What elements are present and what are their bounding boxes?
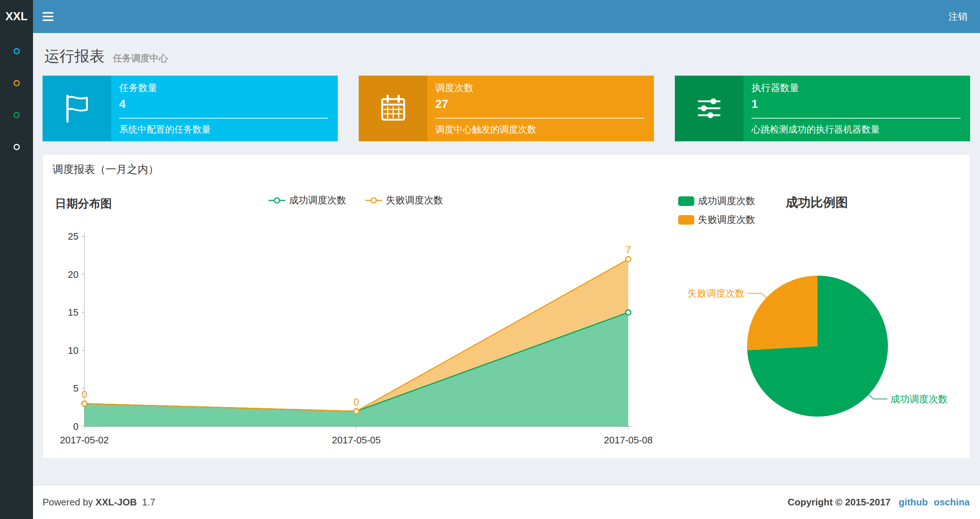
info-box-body: 任务数量 4 系统中配置的任务数量 xyxy=(111,76,338,141)
circle-outline-icon xyxy=(14,112,20,118)
info-box-body: 执行器数量 1 心跳检测成功的执行器机器数量 xyxy=(743,76,970,141)
info-box-title: 任务数量 xyxy=(119,81,328,94)
sidebar-item-3[interactable] xyxy=(0,99,33,131)
svg-text:失败调度次数: 失败调度次数 xyxy=(687,288,745,299)
flag-icon xyxy=(61,93,92,124)
info-box-body: 调度次数 27 调度中心触发的调度次数 xyxy=(427,76,654,141)
svg-text:0: 0 xyxy=(353,397,359,408)
svg-text:20: 20 xyxy=(68,269,78,280)
svg-text:25: 25 xyxy=(68,231,78,242)
circle-outline-icon xyxy=(14,48,20,54)
page-title-text: 运行报表 xyxy=(45,48,105,65)
svg-text:成功调度次数: 成功调度次数 xyxy=(891,393,948,404)
info-box-description: 系统中配置的任务数量 xyxy=(119,123,328,136)
info-box-executors: 执行器数量 1 心跳检测成功的执行器机器数量 xyxy=(675,76,970,141)
oschina-link[interactable]: oschina xyxy=(934,497,970,508)
dashboard-page: XXL 注销 运行报表 任务调度中心 任务数量 4 系统中配 xyxy=(0,0,980,519)
legend-label: 失败调度次数 xyxy=(386,194,443,207)
app-logo[interactable]: XXL xyxy=(0,0,33,33)
hamburger-icon xyxy=(43,16,54,17)
svg-text:5: 5 xyxy=(73,383,78,394)
version-number: 1.7 xyxy=(142,497,155,508)
copyright-text: Copyright © 2015-2017 xyxy=(788,497,891,508)
sidebar-item-1[interactable] xyxy=(0,35,33,67)
legend-swatch-icon xyxy=(678,196,694,206)
sidebar-toggle-button[interactable] xyxy=(33,0,63,33)
info-box-icon-area xyxy=(359,76,427,141)
info-box-value: 27 xyxy=(435,97,644,111)
info-box-row: 任务数量 4 系统中配置的任务数量 xyxy=(43,76,970,141)
svg-text:2017-05-05: 2017-05-05 xyxy=(332,434,381,446)
page-subtitle: 任务调度中心 xyxy=(113,53,168,63)
legend-swatch-icon xyxy=(678,215,694,225)
info-box-tasks: 任务数量 4 系统中配置的任务数量 xyxy=(43,76,338,141)
line-series-marker-icon xyxy=(365,198,382,203)
info-box-description: 心跳检测成功的执行器机器数量 xyxy=(751,123,961,136)
line-legend-item-1[interactable]: 成功调度次数 xyxy=(269,194,346,207)
legend-label: 成功调度次数 xyxy=(698,195,755,208)
svg-text:0: 0 xyxy=(73,421,78,432)
line-legend-item-2[interactable]: 失败调度次数 xyxy=(365,194,443,207)
brand-name: XXL-JOB xyxy=(95,497,137,508)
pie-chart-title: 成功比例图 xyxy=(786,194,848,211)
svg-text:15: 15 xyxy=(68,307,78,318)
legend-label: 成功调度次数 xyxy=(289,194,346,207)
svg-text:2017-05-08: 2017-05-08 xyxy=(604,434,653,446)
info-box-triggers: 调度次数 27 调度中心触发的调度次数 xyxy=(359,76,654,141)
info-box-divider xyxy=(751,118,961,118)
sliders-icon xyxy=(694,93,725,124)
legend-label: 失败调度次数 xyxy=(698,213,755,226)
sidebar xyxy=(0,33,33,519)
date-distribution-chart[interactable]: 05101520252017-05-022017-05-052017-05-08… xyxy=(48,228,657,448)
info-box-value: 4 xyxy=(119,97,328,111)
info-box-description: 调度中心触发的调度次数 xyxy=(435,123,644,136)
line-series-marker-icon xyxy=(269,198,285,203)
hamburger-icon xyxy=(43,12,54,14)
svg-text:2017-05-02: 2017-05-02 xyxy=(60,434,109,446)
hamburger-icon xyxy=(43,19,54,21)
line-chart-title: 日期分布图 xyxy=(55,196,112,211)
powered-by: Powered byXXL-JOB 1.7 xyxy=(43,497,158,508)
sidebar-item-2[interactable] xyxy=(0,67,33,99)
main-footer: Powered byXXL-JOB 1.7 Copyright © 2015-2… xyxy=(33,485,980,519)
info-box-title: 调度次数 xyxy=(435,81,644,94)
logout-link[interactable]: 注销 xyxy=(936,0,980,33)
info-box-value: 1 xyxy=(751,97,961,111)
pie-chart-legend: 成功调度次数失败调度次数 xyxy=(678,195,755,226)
info-box-icon-area xyxy=(675,76,743,141)
info-box-divider xyxy=(435,118,644,118)
page-title: 运行报表 任务调度中心 xyxy=(45,46,168,66)
sidebar-item-4[interactable] xyxy=(0,131,33,163)
info-box-divider xyxy=(119,118,328,118)
report-panel-title: 调度报表（一月之内） xyxy=(52,162,159,177)
circle-outline-icon xyxy=(14,144,20,150)
github-link[interactable]: github xyxy=(899,497,928,508)
copyright-area: Copyright © 2015-2017 github oschina xyxy=(788,497,970,508)
svg-text:7: 7 xyxy=(625,244,631,256)
line-chart-legend: 成功调度次数失败调度次数 xyxy=(205,194,506,207)
calendar-icon xyxy=(377,93,409,124)
powered-by-prefix: Powered by xyxy=(43,497,93,508)
svg-text:0: 0 xyxy=(81,389,87,400)
circle-outline-icon xyxy=(14,80,20,86)
top-navbar: XXL 注销 xyxy=(0,0,980,33)
info-box-icon-area xyxy=(43,76,111,141)
svg-text:10: 10 xyxy=(68,345,78,356)
success-ratio-pie-chart[interactable]: 成功调度次数失败调度次数 xyxy=(668,257,975,441)
info-box-title: 执行器数量 xyxy=(751,81,961,94)
pie-legend-item-1[interactable]: 成功调度次数 xyxy=(678,195,755,208)
pie-legend-item-2[interactable]: 失败调度次数 xyxy=(678,213,755,226)
